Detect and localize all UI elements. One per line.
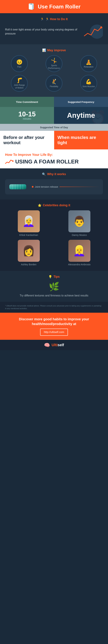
why-label: 🔍 Why it works	[5, 172, 103, 176]
celeb-name-danny: Danny Musico	[72, 234, 87, 236]
brand-name-white: self	[58, 343, 64, 347]
how-to-text: 🏃 How to Do It	[45, 17, 68, 21]
flexibility-label: Flexibility	[50, 85, 58, 88]
celeb-avatar-khloe: 👩‍🦳	[18, 210, 40, 232]
anytime-text: Anytime	[67, 111, 95, 120]
page-header: 🧻 Use Foam Roller	[0, 0, 108, 13]
anytime-value-box: Anytime ⏰	[54, 107, 108, 124]
celeb-name-ashley: Ashley Borden	[21, 263, 36, 266]
circle-joint: 🦵 Joint Range of Motion	[11, 75, 28, 92]
why-text: Why it works	[47, 172, 66, 176]
suggested-freq-header: Suggested Frequency	[54, 97, 108, 107]
may-improve-label: 📊 May improve	[4, 48, 104, 52]
relaxation-icon: 🧘	[86, 59, 92, 65]
brand-logo-icon: 🧠	[44, 342, 50, 348]
before-workout-box: Before or after your workout	[0, 131, 54, 150]
time-freq-headers: Time Commitment Suggested Frequency	[0, 97, 108, 107]
before-when-section: Before or after your workout When muscle…	[0, 131, 108, 150]
svg-point-1	[100, 26, 102, 28]
celeb-item-khloe: 👩‍🦳 Khloé Kardashian	[5, 210, 52, 236]
improve-item-sore: 💪 Sore Muscles	[72, 75, 104, 92]
roller-visual	[8, 182, 27, 191]
celebrities-grid: 👩‍🦳 Khloé Kardashian 👨 Danny Musico 👩 As…	[5, 210, 103, 266]
improve-label: How To Improve Your Life By:	[5, 153, 103, 157]
how-to-do-it-section: 🏃 🏃 How to Do It Roll it over tight area…	[0, 13, 108, 44]
footer-link-box[interactable]: http://ultiself.com	[40, 328, 68, 336]
disclaimer-text: * Ultiself does not provide medical advi…	[5, 304, 103, 310]
sports-label: Sports Performance	[48, 64, 60, 70]
improve-title: USING A FOAM ROLLER	[5, 158, 103, 165]
footer-cta-text: Discover more good habits to improve you…	[5, 317, 103, 326]
lightbulb-icon: 💡	[48, 275, 52, 279]
tips-content: 🌿 Try different textures and firmness to…	[5, 282, 103, 298]
tips-visual-icon: 🌿	[49, 282, 59, 292]
celeb-item-ashley: 👩 Ashley Borden	[5, 240, 52, 266]
may-improve-text: May improve	[47, 48, 66, 52]
time-value-box: 10-15 minutes	[0, 107, 54, 124]
improve-item-relaxation: 🧘 Relaxation	[72, 55, 104, 72]
celeb-avatar-alessandra: 👱‍♀️	[68, 240, 90, 262]
before-workout-text: Before or after your workout	[4, 135, 44, 145]
footer-link[interactable]: http://ultiself.com	[44, 331, 64, 334]
tips-section: 💡 Tips 🌿 Try different textures and firm…	[0, 271, 108, 302]
celeb-item-alessandra: 👱‍♀️ Alessandra Ambrosio	[56, 240, 103, 266]
svg-point-2	[12, 160, 14, 162]
celeb-avatar-danny: 👨	[68, 210, 90, 232]
time-commitment-label: Time Commitment	[16, 100, 38, 104]
circle-flexibility: 🤾 Flexibility	[46, 75, 62, 92]
joint-label: Joint Range of Motion	[13, 84, 26, 89]
trend-chart	[82, 24, 103, 39]
celeb-photo-ashley: 👩	[18, 240, 40, 262]
why-benefit-text: Joint tension release	[35, 185, 58, 188]
time-number: 10-15	[18, 111, 36, 118]
celeb-name-khloe: Khloé Kardashian	[19, 234, 38, 236]
page-title: Use Foam Roller	[38, 4, 80, 10]
celeb-photo-danny: 👨	[68, 210, 90, 232]
time-unit: minutes	[23, 118, 31, 120]
sports-icon: 🤸	[51, 58, 57, 64]
disclaimer-section: * Ultiself does not provide medical advi…	[0, 302, 108, 313]
how-to-label: 🏃 🏃 How to Do It	[5, 17, 103, 21]
when-tight-text: When muscles are tight	[58, 135, 96, 145]
may-improve-section: 📊 May improve 😣 Pain 🤸 Sports Performanc…	[0, 44, 108, 97]
circle-pain: 😣 Pain	[11, 55, 28, 72]
celebrities-text: Celebrities doing it	[43, 204, 70, 207]
celeb-photo-alessandra: 👱‍♀️	[68, 240, 90, 262]
circle-sports: 🤸 Sports Performance	[46, 55, 62, 72]
may-improve-icon: 📊	[42, 48, 46, 52]
footer-cta-section: Discover more good habits to improve you…	[0, 313, 108, 340]
celebrities-section: ⭐ Celebrities doing it 👩‍🦳 Khloé Kardash…	[0, 200, 108, 271]
brand-name-orange: Ulti	[52, 343, 58, 347]
sore-icon: 💪	[86, 79, 92, 84]
celeb-avatar-ashley: 👩	[18, 240, 40, 262]
why-dot	[32, 186, 34, 188]
why-benefit: Joint tension release	[32, 185, 100, 188]
roller-svg	[8, 182, 27, 191]
tips-label-text: Tips	[54, 275, 60, 278]
why-icon: 🔍	[42, 172, 46, 176]
circle-relaxation: 🧘 Relaxation	[80, 55, 97, 72]
circle-sore: 💪 Sore Muscles	[80, 75, 97, 92]
time-commitment-header: Time Commitment	[0, 97, 54, 107]
brand-footer: 🧠 Ultiself	[0, 340, 108, 350]
celeb-name-alessandra: Alessandra Ambrosio	[68, 263, 90, 266]
joint-icon: 🦵	[16, 77, 22, 83]
flexibility-icon: 🤾	[51, 79, 57, 84]
pain-icon: 😣	[16, 59, 22, 65]
star-icon: ⭐	[38, 204, 42, 207]
improve-chart-icon	[5, 159, 14, 165]
improve-section: How To Improve Your Life By: USING A FOA…	[0, 150, 108, 168]
how-icon: 🏃	[40, 17, 44, 21]
celeb-photo-khloe: 👩‍🦳	[18, 210, 40, 232]
improve-item-flexibility: 🤾 Flexibility	[38, 75, 70, 92]
time-freq-values: 10-15 minutes Anytime ⏰	[0, 107, 108, 124]
why-it-works-section: 🔍 Why it works	[0, 168, 108, 200]
tips-text: Try different textures and firmness to a…	[20, 294, 88, 298]
suggested-freq-label: Suggested Frequency	[68, 100, 94, 104]
when-tight-box: When muscles are tight	[54, 131, 108, 150]
relaxation-label: Relaxation	[84, 66, 94, 68]
improve-item-joint: 🦵 Joint Range of Motion	[4, 75, 36, 92]
foam-roller-icon: 🧻	[28, 3, 35, 10]
how-description: Roll it over tight areas of your body us…	[5, 28, 79, 36]
how-content: Roll it over tight areas of your body us…	[5, 24, 103, 39]
